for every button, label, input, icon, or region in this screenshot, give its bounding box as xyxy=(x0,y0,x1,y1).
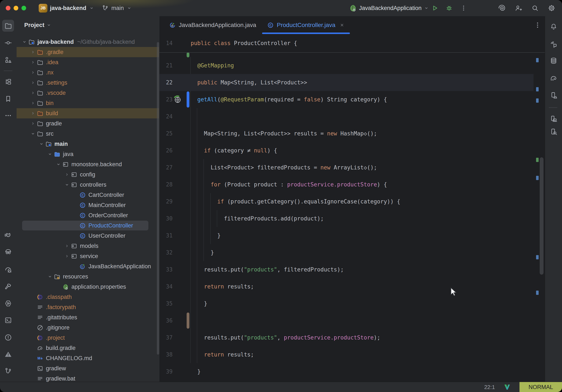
running-devices-icon[interactable] xyxy=(548,113,560,125)
tree-item-controllers[interactable]: controllers xyxy=(16,180,159,190)
code-line[interactable]: results.put("products", productService.p… xyxy=(191,329,380,346)
code-line[interactable]: } xyxy=(191,363,201,380)
code-line[interactable]: results.put("products", filteredProducts… xyxy=(191,261,344,278)
project-folder-icon[interactable] xyxy=(2,20,14,32)
line-number[interactable]: 34 xyxy=(159,278,173,295)
caret-position[interactable]: 22:1 xyxy=(484,384,495,391)
close-button[interactable] xyxy=(6,6,11,11)
chevron-right-icon[interactable] xyxy=(30,49,36,55)
structure-icon[interactable] xyxy=(2,54,14,66)
stripe-tick-blue[interactable] xyxy=(536,87,539,91)
tree-item--factorypath[interactable]: .factorypath xyxy=(16,302,159,312)
tree-item-resources[interactable]: resources xyxy=(16,272,159,282)
code-line[interactable]: } xyxy=(191,244,214,261)
close-tab-icon[interactable] xyxy=(339,22,345,28)
tree-item--project[interactable]: .project xyxy=(16,333,159,343)
terminal-icon[interactable] xyxy=(2,314,14,326)
tree-item-build[interactable]: build xyxy=(16,108,159,119)
code-line[interactable]: public Map<String, List<Product>> xyxy=(191,74,307,91)
tree-item-productcontroller[interactable]: CProductController xyxy=(16,220,159,231)
stripe-tick-blue[interactable] xyxy=(536,176,539,180)
tree-item-changelog-md[interactable]: MCHANGELOG.md xyxy=(16,353,159,363)
notifications-icon[interactable] xyxy=(548,21,560,33)
tree-item-main[interactable]: main xyxy=(16,139,159,149)
tree-item-models[interactable]: models xyxy=(16,241,159,251)
git-branch-icon[interactable] xyxy=(2,365,14,377)
device-file-explorer-icon[interactable] xyxy=(548,126,560,138)
add-user-icon[interactable] xyxy=(515,4,522,12)
commit-icon[interactable] xyxy=(2,37,14,49)
chevron-down-icon[interactable] xyxy=(39,141,44,147)
tree-item-monostore-backend[interactable]: monostore.backend xyxy=(16,159,159,169)
line-number[interactable]: 37 xyxy=(159,329,173,346)
code-line[interactable]: for (Product product : productService.pr… xyxy=(191,176,387,193)
stripe-tick-blue[interactable] xyxy=(536,291,539,295)
zoom-button[interactable] xyxy=(22,6,26,11)
more-vertical-icon[interactable] xyxy=(460,4,467,12)
line-number[interactable]: 25 xyxy=(159,125,173,142)
code-line[interactable]: if (category ≠ null) { xyxy=(191,142,277,159)
tree-item-javabackendapplication[interactable]: CJavaBackendApplication xyxy=(16,261,159,272)
project-tree-scrollbar[interactable] xyxy=(157,42,159,355)
chevron-right-icon[interactable] xyxy=(30,121,36,126)
tree-item-build-gradle[interactable]: build.gradle xyxy=(16,343,159,353)
tab-options-kebab-icon[interactable] xyxy=(534,21,541,29)
tree-item--idea[interactable]: .idea xyxy=(16,57,159,67)
chevron-down-icon[interactable] xyxy=(22,39,27,45)
tree-item--gitignore[interactable]: .gitignore xyxy=(16,322,159,333)
vim-mode-badge[interactable]: NORMAL xyxy=(519,382,562,392)
ai-chat-icon[interactable] xyxy=(548,38,560,50)
vcs-ws-marker[interactable] xyxy=(187,312,189,329)
code-line[interactable]: } xyxy=(191,295,207,312)
stripe-tick-green[interactable] xyxy=(536,158,539,162)
line-number[interactable]: 21 xyxy=(159,57,173,74)
tree-item-gradle[interactable]: gradle xyxy=(16,119,159,129)
stripe-tick-blue[interactable] xyxy=(536,58,539,62)
chevron-down-icon[interactable] xyxy=(47,151,53,157)
tree-item-ordercontroller[interactable]: COrderController xyxy=(16,210,159,220)
chevron-right-icon[interactable] xyxy=(64,172,70,177)
tree-item--classpath[interactable]: .classpath xyxy=(16,292,159,302)
tree-item-cartcontroller[interactable]: CCartController xyxy=(16,190,159,200)
tree-item-usercontroller[interactable]: CUserController xyxy=(16,231,159,241)
code-line[interactable]: return results; xyxy=(191,346,254,363)
tree-item-java-backend[interactable]: java-backend~/Github/java-backend xyxy=(16,37,159,47)
run-config-widget[interactable]: JavaBackendApplication xyxy=(349,0,429,16)
line-number[interactable]: 24 xyxy=(159,108,173,125)
line-number[interactable]: 27 xyxy=(159,159,173,176)
chevron-right-icon[interactable] xyxy=(64,253,70,259)
ai-assistant-icon[interactable] xyxy=(498,4,505,12)
line-number[interactable]: 36 xyxy=(159,312,173,329)
device-manager-icon[interactable] xyxy=(548,89,560,101)
code-line[interactable]: Map<String, List<Product>> results = new… xyxy=(191,125,377,142)
database-icon[interactable] xyxy=(548,55,560,67)
run-button[interactable] xyxy=(431,4,438,12)
minimize-button[interactable] xyxy=(14,6,18,11)
gradle-icon[interactable] xyxy=(548,72,560,84)
tree-item--gradle[interactable]: .gradle xyxy=(16,47,159,57)
chevron-right-icon[interactable] xyxy=(30,110,36,116)
run-services-icon[interactable] xyxy=(2,297,14,309)
code-line[interactable]: } xyxy=(191,227,221,244)
tree-item-gradlew-bat[interactable]: gradlew.bat xyxy=(16,373,159,382)
line-number[interactable]: 28 xyxy=(159,176,173,193)
project-widget[interactable]: JB java-backend xyxy=(39,0,94,16)
tree-item-bin[interactable]: bin xyxy=(16,98,159,108)
chevron-down-icon[interactable] xyxy=(30,131,36,136)
vcs-added-marker[interactable] xyxy=(187,52,189,57)
line-number[interactable]: 31 xyxy=(159,227,173,244)
tree-item-gradlew[interactable]: gradlew xyxy=(16,363,159,373)
search-icon[interactable] xyxy=(531,4,539,12)
code-line[interactable]: return results; xyxy=(191,278,254,295)
spring-mapping-globe-icon[interactable] xyxy=(173,95,182,104)
tree-item-config[interactable]: config xyxy=(16,169,159,180)
more-tool-windows-icon[interactable] xyxy=(2,109,14,121)
code-line[interactable]: getAll(@RequestParam(required = false) S… xyxy=(191,91,387,108)
problems-icon[interactable] xyxy=(2,332,14,343)
tree-item-application-properties[interactable]: application.properties xyxy=(16,282,159,292)
services-icon[interactable] xyxy=(2,76,14,88)
code-line[interactable]: List<Product> filteredProducts = new Arr… xyxy=(191,159,377,176)
code-line[interactable]: filteredProducts.add(product); xyxy=(191,210,324,227)
chevron-right-icon[interactable] xyxy=(30,59,36,65)
line-number[interactable]: 39 xyxy=(159,363,173,380)
